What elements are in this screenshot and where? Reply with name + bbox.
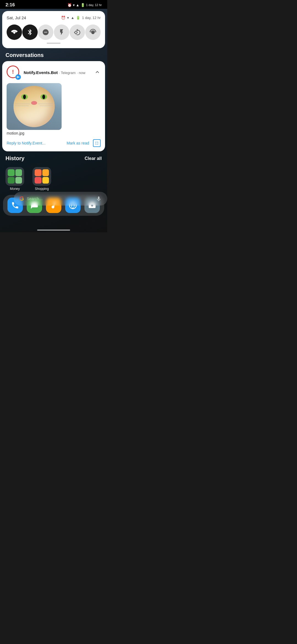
cat-whisker-right2	[40, 106, 53, 106]
qs-top-icons: ⏰ ▾ ▲ 🔋 1 day, 12 hr	[61, 16, 101, 20]
notif-image-wrap: motion.jpg	[7, 83, 101, 135]
alarm-icon: ⏰	[67, 3, 72, 7]
flashlight-toggle[interactable]	[54, 24, 69, 40]
cat-eye-left	[21, 94, 28, 100]
notif-collapse-button[interactable]	[94, 69, 101, 77]
search-placeholder: Search…	[27, 197, 93, 201]
cat-whisker-left2	[15, 106, 29, 106]
folder-money-icon	[6, 167, 24, 186]
notif-title-area: Notify.Events.Bot · Telegram · now	[24, 70, 85, 75]
folder-money[interactable]: Money	[6, 167, 24, 191]
notif-header-left: ! Notify.Events.Bot · Telegram · now	[7, 66, 85, 80]
folder-shopping[interactable]: Shopping	[32, 167, 51, 191]
mic-icon	[96, 196, 102, 202]
notif-header: ! Notify.Events.Bot · Telegram · now	[7, 66, 101, 80]
status-bar: 2:16 ⏰ ▾ ▲ 🔋 1 day, 12 hr	[0, 0, 107, 9]
telegram-badge	[15, 74, 21, 80]
notif-actions: Reply to Notify.Event... Mark as read	[7, 139, 101, 147]
reply-button[interactable]: Reply to Notify.Event...	[7, 141, 45, 145]
hotspot-toggle[interactable]	[85, 24, 101, 40]
notif-bot-name: Notify.Events.Bot · Telegram · now	[24, 70, 85, 75]
folder-money-label: Money	[10, 187, 20, 191]
rotate-toggle[interactable]	[70, 24, 85, 40]
notif-app-icon: !	[7, 66, 21, 80]
battery-status-text: 1 day, 12 hr	[82, 16, 101, 20]
notif-filename: motion.jpg	[7, 131, 101, 135]
battery-text: 1 day, 12 hr	[86, 3, 102, 7]
qs-toggles	[7, 24, 101, 40]
dnd-toggle[interactable]	[38, 24, 53, 40]
battery-status-icon: 🔋	[76, 16, 80, 20]
cat-eye-right	[40, 94, 47, 100]
signal-status-icon: ▾	[67, 16, 69, 20]
alarm-status-icon: ⏰	[61, 16, 65, 20]
qs-date: Sat, Jul 24	[7, 15, 26, 20]
signal-bars-icon: ▲	[71, 16, 74, 20]
bluetooth-toggle[interactable]	[22, 24, 38, 40]
notification-card: ! Notify.Events.Bot · Telegram · now	[2, 61, 105, 151]
app-area: Money Shopping	[0, 164, 107, 196]
wifi-toggle[interactable]	[7, 24, 22, 40]
qs-top-row: Sat, Jul 24 ⏰ ▾ ▲ 🔋 1 day, 12 hr	[7, 15, 101, 20]
battery-icon: 🔋	[81, 3, 85, 7]
folder-shopping-icon	[32, 167, 51, 186]
notif-actions-right: Mark as read	[67, 139, 101, 147]
quick-settings-panel: Sat, Jul 24 ⏰ ▾ ▲ 🔋 1 day, 12 hr	[2, 11, 105, 48]
conversations-section-header: Conversations	[0, 48, 107, 61]
conversations-label: Conversations	[6, 52, 44, 58]
qs-pill	[47, 43, 61, 44]
cat-whisker-right	[38, 104, 53, 104]
home-indicator	[37, 230, 70, 231]
status-icons: ⏰ ▾ ▲ 🔋 1 day, 12 hr	[67, 3, 102, 7]
cat-nose	[31, 101, 37, 105]
cat-whisker-left	[15, 104, 30, 104]
history-section-header: History Clear all	[0, 151, 107, 164]
folder-shopping-label: Shopping	[35, 187, 49, 191]
mark-as-read-button[interactable]: Mark as read	[67, 141, 89, 145]
cat-image	[7, 83, 62, 130]
expand-icon-button[interactable]	[93, 139, 101, 147]
clear-all-button[interactable]: Clear all	[85, 156, 102, 161]
wifi-icon: ▾	[73, 3, 75, 7]
status-time: 2:16	[6, 2, 15, 8]
history-label: History	[6, 155, 24, 162]
signal-icon: ▲	[76, 3, 79, 7]
google-logo: G	[19, 195, 24, 202]
search-bar[interactable]: G Search…	[14, 192, 107, 206]
app-folders: Money Shopping	[6, 167, 102, 191]
